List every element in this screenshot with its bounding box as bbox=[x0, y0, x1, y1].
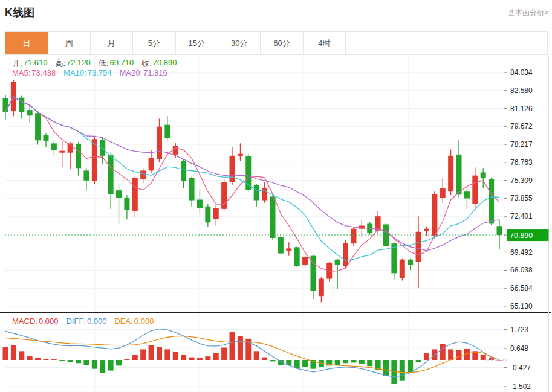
macd-axis-labels: 1.7230.648-0.427-1.502 bbox=[504, 326, 531, 391]
svg-text:72.401: 72.401 bbox=[510, 212, 533, 220]
svg-text:81.126: 81.126 bbox=[510, 104, 533, 113]
ma5-value: 73.438 bbox=[31, 68, 56, 77]
ma10-line bbox=[5, 97, 499, 260]
svg-text:79.672: 79.672 bbox=[510, 122, 533, 130]
tab-interval-6[interactable]: 60分 bbox=[261, 32, 303, 54]
candlestick-series bbox=[3, 80, 502, 302]
macd-readout: MACD:0.000 DIFF:0.000 DEA:0.000 bbox=[12, 316, 154, 326]
svg-text:0.648: 0.648 bbox=[510, 344, 528, 353]
svg-text:66.584: 66.584 bbox=[510, 284, 533, 292]
tab-interval-0[interactable]: 日 bbox=[5, 32, 48, 54]
macd-histogram bbox=[3, 332, 502, 384]
close-label: 收: bbox=[141, 58, 152, 69]
ohlc-readout: 开:71.610 高:72.120 低:69.710 收:70.890 bbox=[12, 58, 177, 69]
kline-page: K线图 基本面分析> 日周月5分15分30分60分4时 84.03482.580… bbox=[0, 0, 552, 392]
svg-text:69.492: 69.492 bbox=[510, 248, 533, 257]
dea-line bbox=[5, 336, 499, 372]
ma20-line bbox=[5, 97, 499, 251]
svg-text:65.130: 65.130 bbox=[510, 302, 533, 310]
low-value: 69.710 bbox=[109, 58, 134, 69]
tab-interval-7[interactable]: 4时 bbox=[304, 32, 346, 54]
svg-text:76.763: 76.763 bbox=[510, 158, 533, 167]
grid-lines bbox=[5, 56, 507, 392]
svg-text:-1.502: -1.502 bbox=[510, 382, 531, 391]
ma5-line bbox=[5, 97, 499, 271]
svg-text:70.890: 70.890 bbox=[510, 231, 533, 240]
dea-label: DEA: bbox=[114, 316, 132, 326]
close-value: 70.890 bbox=[153, 58, 177, 69]
panel-separator bbox=[0, 312, 551, 313]
diff-line bbox=[5, 329, 499, 377]
tab-interval-1[interactable]: 周 bbox=[48, 32, 90, 54]
low-label: 低: bbox=[99, 58, 109, 69]
ma-readout: MA5:73.438 MA10:73.754 MA20:71.816 bbox=[12, 68, 167, 77]
svg-text:68.038: 68.038 bbox=[510, 266, 533, 274]
interval-tabs: 日周月5分15分30分60分4时 bbox=[5, 31, 548, 55]
high-value: 72.120 bbox=[67, 58, 91, 69]
tab-interval-5[interactable]: 30分 bbox=[218, 32, 261, 54]
svg-text:75.309: 75.309 bbox=[510, 176, 533, 185]
svg-text:82.580: 82.580 bbox=[510, 86, 533, 95]
ma10-value: 73.754 bbox=[88, 68, 112, 77]
open-value: 71.610 bbox=[24, 58, 48, 69]
price-axis-labels: 84.03482.58081.12679.67278.21776.76375.3… bbox=[504, 68, 533, 310]
high-label: 高: bbox=[55, 58, 65, 69]
page-header: K线图 基本面分析> bbox=[0, 0, 552, 24]
svg-text:78.217: 78.217 bbox=[510, 140, 533, 149]
ma10-label: MA10: bbox=[63, 68, 86, 77]
svg-text:1.723: 1.723 bbox=[510, 326, 528, 334]
ma5-label: MA5: bbox=[12, 68, 30, 77]
fundamental-analysis-link[interactable]: 基本面分析> bbox=[508, 8, 548, 18]
tab-interval-2[interactable]: 月 bbox=[91, 32, 133, 54]
svg-text:84.034: 84.034 bbox=[510, 68, 533, 77]
dea-value: 0.000 bbox=[134, 316, 154, 326]
diff-value: 0.000 bbox=[87, 316, 107, 326]
current-price-tag: 70.890 bbox=[504, 229, 549, 241]
macd-value: 0.000 bbox=[39, 316, 59, 326]
macd-label: MACD: bbox=[12, 316, 37, 326]
tab-interval-3[interactable]: 5分 bbox=[133, 32, 175, 54]
diff-label: DIFF: bbox=[66, 316, 86, 326]
open-label: 开: bbox=[12, 58, 22, 69]
ma20-value: 71.816 bbox=[143, 68, 167, 77]
tab-interval-4[interactable]: 15分 bbox=[176, 32, 218, 54]
ma20-label: MA20: bbox=[119, 68, 142, 77]
page-title: K线图 bbox=[5, 5, 34, 20]
svg-text:73.855: 73.855 bbox=[510, 194, 533, 202]
svg-text:-0.427: -0.427 bbox=[510, 364, 531, 372]
